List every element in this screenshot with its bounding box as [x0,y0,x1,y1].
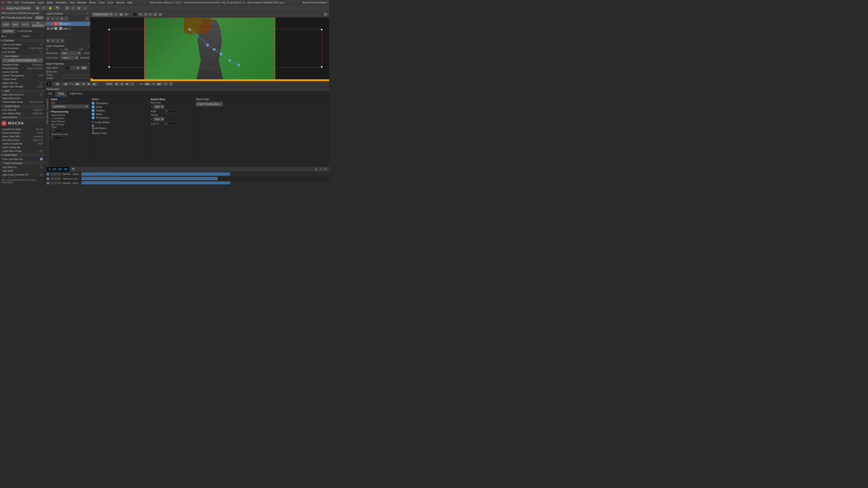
lc-icon-2[interactable]: ☰ [51,17,55,21]
color-correction-header[interactable]: ▼ Color Correction [0,161,45,165]
export-tracking-data-button[interactable]: Export Tracking Data... [196,102,223,106]
transport-stop[interactable]: ■ [82,82,86,86]
track-btn[interactable]: Track [105,82,114,86]
layer-below-select[interactable]: Layer Below [51,105,89,108]
left-scroll[interactable]: ▶ Compare View Current Matte Final Compo… [0,38,45,178]
color-correction-on-checkbox[interactable] [40,158,43,160]
grid-btn[interactable]: ⊟ [143,13,148,16]
key-prev[interactable]: ◀◀ [144,82,150,86]
menu-zoom[interactable]: Zoom [107,1,114,4]
key-add[interactable]: + [151,82,155,86]
link-btn[interactable]: ⛓ [76,6,82,10]
large-motion-radio[interactable] [92,121,94,123]
pen-tool-btn[interactable]: ✏ [41,6,46,10]
auto-v-x[interactable]: ✕ [151,118,152,121]
zoom-input[interactable] [129,13,137,16]
link-to-track-select[interactable]: Layer 2 [61,56,79,60]
select-tool-btn[interactable]: ▶ [35,6,40,10]
edge-color-correction-on-checkbox[interactable] [40,173,43,176]
matte-refinement-on-checkbox[interactable] [40,93,43,96]
menu-animation[interactable]: Animation [56,1,67,4]
adjust-track-tab[interactable]: AdjustTrack [67,91,86,96]
track3-mute[interactable]: A [54,182,57,185]
layer-controls-close[interactable]: ✕ [87,12,89,15]
magnet-btn[interactable]: ⌖ [71,6,75,10]
transport-next[interactable]: ▶| [92,82,97,86]
overlay-btn[interactable]: ⊙ [148,13,153,16]
auto-h-x[interactable]: ✕ [151,105,152,108]
lc-icon-3[interactable]: ✏ [55,17,59,21]
track1-vis[interactable]: 👁 [58,173,61,176]
eraser-tool-btn[interactable]: Eraser Tool (Cmd+B) [5,6,31,10]
track2-vis[interactable]: 👁 [58,177,61,180]
viewer-btn-edge[interactable]: ⊕ [124,13,128,16]
key-a[interactable]: A [169,82,173,86]
key-next[interactable]: ▶▶ [156,82,162,86]
min-pixels-input[interactable] [51,129,62,132]
lc-bottom-icon-1[interactable]: ⊞ [46,39,50,43]
menu-window[interactable]: Window [78,1,86,4]
track2-mute[interactable]: A [54,177,57,180]
menu-module[interactable]: Module [116,1,125,4]
transport-prev[interactable]: |◀ [55,82,60,86]
snap-btn[interactable]: ⊞ [65,6,70,10]
hud-button[interactable]: H.U.D. [21,21,30,28]
layer-item-1[interactable]: 👁 ⚙ ■ ▪ Layer 1 [45,26,90,31]
auto-h-select[interactable]: Auto [153,105,164,109]
angle-input[interactable] [165,109,176,113]
transport-play-fwd[interactable]: ▶▶ [74,82,81,86]
rotation-checkbox[interactable] [92,109,94,112]
lc-icon-4[interactable]: 🗑 [60,17,64,21]
set-button[interactable]: Set [81,66,87,70]
lock-sample-checkbox[interactable] [40,51,43,53]
track-tab[interactable]: Track [55,91,67,96]
tl-mode-btn-2[interactable]: ✎ [319,167,323,171]
scrubber-handle[interactable] [90,78,93,81]
perspective-checkbox[interactable] [92,116,94,119]
lc-icon-1[interactable]: ⊞ [46,17,50,21]
auto-analyze-header[interactable]: ▼ Auto Analyze [0,54,45,58]
shear-checkbox[interactable] [92,113,94,116]
license-button[interactable]: LICENSE [1,29,15,33]
transport-play-back[interactable]: ◀| [63,82,68,86]
track-extra[interactable]: » [130,82,134,86]
key-del[interactable]: ✕ [163,82,168,86]
menu-movie[interactable]: Movie [89,1,96,4]
lc-bottom-icon-2[interactable]: ✎ [51,39,55,43]
fit-btn[interactable]: ⊞ [138,13,143,16]
menu-effect[interactable]: Effect [47,1,53,4]
luminance-radio[interactable]: ● [51,117,53,120]
translation-checkbox[interactable] [92,102,94,105]
lc-bottom-icon-3[interactable]: ◻ [56,39,60,43]
track1-mute[interactable]: A [54,173,57,176]
menu-composition[interactable]: Composition [21,1,35,4]
add-icon[interactable]: + [88,67,89,69]
layer1-lock-icon[interactable]: ⚙ [51,27,54,30]
menu-edit[interactable]: Edit [14,1,19,4]
layer2-vis-icon[interactable]: 👁 [46,22,50,25]
load-button[interactable]: LOAD [1,21,10,28]
track-options[interactable]: ⊞ [120,82,124,86]
edge-width-select[interactable] [70,66,80,70]
small-motion-radio[interactable] [92,125,94,127]
move-tool-btn[interactable]: ✋ [47,6,54,10]
add-btn[interactable]: + [83,6,87,10]
nav-next[interactable]: ▲ [4,35,7,38]
stereo-btn[interactable]: ⊠ [153,13,158,16]
adjust-light-on-checkbox[interactable] [40,82,43,84]
menu-track[interactable]: Track [98,1,105,4]
menu-layer[interactable]: Layer [38,1,44,4]
menu-file[interactable]: File [7,1,11,4]
layer-item-2[interactable]: 👁 ⚙ ■ ▪ Layer 2 [45,22,90,26]
outside-mask-header[interactable]: ▼ Outside Mask [0,104,45,108]
tc-search-btn[interactable]: 🔍 [71,167,76,171]
tl-mode-btn-1[interactable]: ⊞ [314,167,318,171]
manual-track-radio[interactable] [92,129,94,132]
lc-icon-5[interactable]: ⛶ [64,17,68,21]
inside-mask-header[interactable]: ▶ Inside Mask [0,153,45,157]
auto-v-select[interactable]: Auto [153,117,164,121]
color-btn[interactable]: ◈ [158,13,162,16]
layer2-lock-icon[interactable]: ⚙ [51,22,54,25]
reset-button[interactable]: Reset [35,16,43,20]
transport-play[interactable]: ▶ [87,82,91,86]
